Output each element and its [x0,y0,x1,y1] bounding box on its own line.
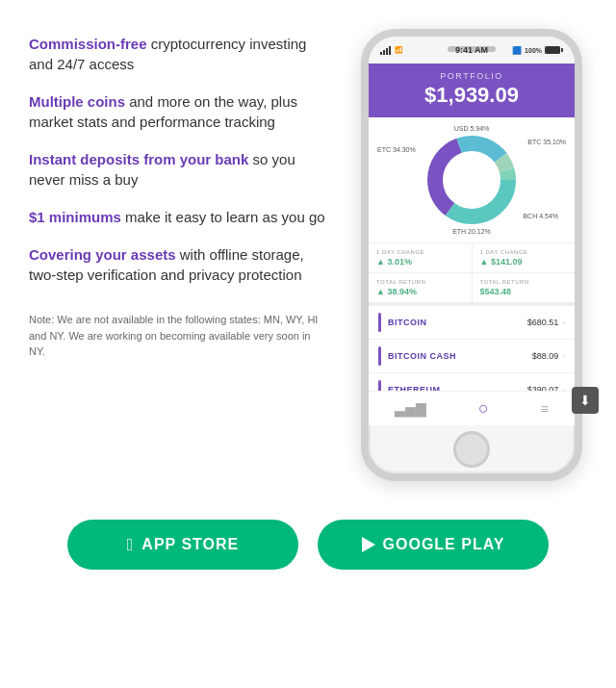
chart-label-usd: USD 5.94% [454,125,490,132]
app-store-button[interactable]:  APP STORE [67,520,298,570]
feature-text-4: make it easy to learn as you go [121,209,325,225]
phone-home-button[interactable] [453,431,490,468]
coin-row-ethereum[interactable]: ETHEREUM $390.07 › [369,373,575,391]
coin-row-bitcoin-cash-left: BITCOIN CASH [378,346,456,366]
status-left: 📶 [380,46,403,55]
coin-bar-bitcoin [378,313,381,332]
donut-chart-svg [414,127,529,233]
stat-day-change-pct: 1 DAY CHANGE ▲ 3.01% [369,243,473,272]
bluetooth-icon: 🟦 [512,46,522,55]
stat-label-2: 1 DAY CHANGE [480,249,568,255]
coin-list: BITCOIN $680.51 › BITCOIN CASH [369,302,575,391]
stat-total-return-pct: TOTAL RETURN ▲ 38.94% [369,273,473,302]
phone-mockup-wrapper: 📶 9:41 AM 🟦 100% [337,29,606,481]
coin-bar-bitcoin-cash [378,346,381,366]
chevron-icon-bitcoin: › [562,319,565,327]
stat-value-3: ▲ 38.94% [376,287,464,296]
coin-price-bitcoin-cash: $88.09 › [532,351,565,361]
google-play-label: GOOGLE PLAY [383,536,505,553]
wifi-icon: 📶 [395,46,403,54]
feature-instant-deposits: Instant deposits from your bank so you n… [29,149,327,190]
left-column: Commission-free cryptocurrency investing… [29,29,327,481]
disclaimer-note: Note: We are not available in the follow… [29,312,327,360]
coin-row-bitcoin[interactable]: BITCOIN $680.51 › [369,306,575,340]
feature-multiple-coins: Multiple coins and more on the way, plus… [29,91,327,132]
nav-chart-icon[interactable]: ▃▅▇ [395,401,426,417]
battery-icon [545,46,563,54]
phone-mockup: 📶 9:41 AM 🟦 100% [361,29,582,481]
phone-status-bar: 📶 9:41 AM 🟦 100% [369,37,575,64]
stat-label-1: 1 DAY CHANGE [376,249,464,255]
battery-percent: 100% [525,47,542,54]
coin-row-bitcoin-cash[interactable]: BITCOIN CASH $88.09 › [369,340,575,373]
feature-highlight-1: Commission-free [29,36,147,52]
chart-label-bch: BCH 4.54% [523,213,558,219]
portfolio-amount: $1,939.09 [369,83,575,108]
stat-day-change-dollar: 1 DAY CHANGE ▲ $141.09 [473,243,576,272]
stat-value-4: $543.48 [480,287,568,296]
stats-area: 1 DAY CHANGE ▲ 3.01% 1 DAY CHANGE ▲ $141… [369,242,575,272]
stat-label-3: TOTAL RETURN [376,279,464,285]
feature-highlight-5: Covering your assets [29,246,176,263]
phone-bottom-nav: ▃▅▇ ○ ≡ [369,391,575,425]
feature-assets: Covering your assets with offline storag… [29,244,327,285]
stat-label-4: TOTAL RETURN [480,279,568,285]
status-right: 🟦 100% [512,46,563,55]
phone-time: 9:41 AM [455,45,488,55]
main-container: Commission-free cryptocurrency investing… [0,0,616,500]
stat-value-1: ▲ 3.01% [376,257,464,267]
feature-highlight-3: Instant deposits from your bank [29,151,248,167]
chevron-icon-bitcoin-cash: › [562,352,565,361]
coin-row-ethereum-left: ETHEREUM [378,380,441,391]
play-icon [362,537,375,552]
feature-highlight-2: Multiple coins [29,93,125,110]
phone-screen: PORTFOLIO $1,939.09 [369,64,575,425]
stat-value-2: ▲ $141.09 [480,257,568,267]
portfolio-label: PORTFOLIO [369,71,575,81]
coin-row-bitcoin-left: BITCOIN [378,313,427,332]
coin-price-bitcoin: $680.51 › [527,318,565,327]
google-play-button[interactable]: GOOGLE PLAY [318,520,549,570]
donut-chart-wrapper: USD 5.94% BTC 35.10% BCH 4.54% ETH 20.12… [414,127,529,233]
coin-name-bitcoin: BITCOIN [388,318,427,327]
svg-point-5 [445,153,499,207]
signal-bars-icon [380,46,391,55]
coin-bar-ethereum [378,380,381,391]
download-badge[interactable]: ⬇ [572,387,599,414]
stats-area-2: TOTAL RETURN ▲ 38.94% TOTAL RETURN $543.… [369,272,575,302]
portfolio-chart-area: USD 5.94% BTC 35.10% BCH 4.54% ETH 20.12… [369,117,575,242]
app-portfolio-header: PORTFOLIO $1,939.09 [369,64,575,117]
chart-label-etc: ETC 34.30% [377,146,416,153]
apple-icon:  [127,535,135,555]
nav-settings-icon[interactable]: ≡ [541,401,549,417]
stat-total-return-dollar: TOTAL RETURN $543.48 [473,273,576,302]
feature-minimums: $1 minimums make it easy to learn as you… [29,207,327,227]
bottom-buttons-row:  APP STORE GOOGLE PLAY [0,500,616,589]
app-store-label: APP STORE [141,536,239,553]
feature-highlight-4: $1 minimums [29,209,121,225]
feature-commission-free: Commission-free cryptocurrency investing… [29,34,327,74]
chart-label-btc: BTC 35.10% [527,139,566,145]
coin-name-bitcoin-cash: BITCOIN CASH [388,351,456,361]
chart-label-eth: ETH 20.12% [452,228,491,235]
nav-portfolio-icon[interactable]: ○ [478,398,489,419]
